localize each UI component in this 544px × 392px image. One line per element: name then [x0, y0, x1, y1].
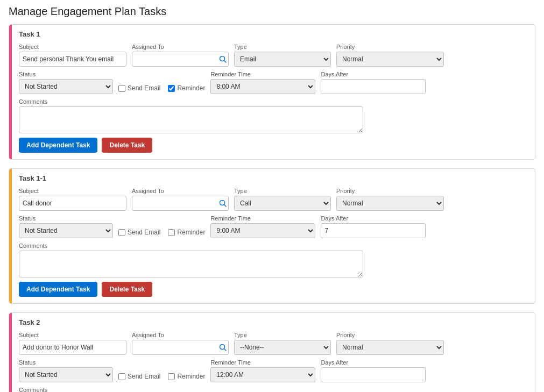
priority-label: Priority: [336, 44, 444, 50]
comments-group: Comments: [19, 98, 528, 133]
status-label: Status: [19, 215, 113, 222]
send-email-label[interactable]: Send Email: [118, 84, 160, 92]
checks-group: Send Email Reminder: [118, 229, 205, 238]
status-select[interactable]: Not StartedIn ProgressCompleted: [19, 223, 113, 238]
days-after-label: Days After: [321, 359, 426, 366]
assigned-group: Assigned To: [132, 44, 229, 67]
send-email-checkbox[interactable]: [118, 229, 125, 236]
reminder-time-label: Reminder Time: [210, 215, 315, 222]
reminder-time-select[interactable]: 9:00 AM8:00 AM12:00 AM5:00 PM: [210, 223, 315, 238]
assigned-group: Assigned To: [132, 188, 229, 211]
add-dependent-task-button[interactable]: Add Dependent Task: [19, 138, 97, 153]
days-after-group: Days After: [321, 359, 426, 382]
subject-label: Subject: [19, 44, 126, 50]
assigned-label: Assigned To: [132, 188, 229, 194]
send-email-checkbox[interactable]: [118, 85, 125, 92]
reminder-time-group: Reminder Time 12:00 AM8:00 AM9:00 AM5:00…: [210, 359, 315, 382]
comments-textarea[interactable]: [19, 251, 363, 277]
page-title: Manage Engagement Plan Tasks: [9, 5, 535, 18]
priority-label: Priority: [336, 332, 444, 338]
type-select[interactable]: --None--EmailCall: [234, 340, 331, 355]
comments-label: Comments: [19, 243, 528, 249]
assigned-input[interactable]: [132, 340, 229, 355]
send-email-checkbox[interactable]: [118, 373, 125, 380]
task-title-task1: Task 1: [19, 30, 528, 38]
subject-input[interactable]: [19, 340, 126, 355]
priority-group: Priority NormalHighLow: [336, 44, 444, 67]
priority-select[interactable]: NormalHighLow: [336, 52, 444, 67]
assigned-input[interactable]: [132, 52, 229, 67]
reminder-label[interactable]: Reminder: [168, 229, 205, 236]
subject-input[interactable]: [19, 196, 126, 211]
status-select[interactable]: Not StartedIn ProgressCompleted: [19, 367, 113, 382]
assigned-label: Assigned To: [132, 44, 229, 50]
subject-group: Subject: [19, 44, 126, 67]
assigned-search-icon[interactable]: [219, 55, 227, 63]
reminder-checkbox[interactable]: [168, 373, 175, 380]
days-after-input[interactable]: [321, 79, 426, 94]
days-after-input[interactable]: [321, 223, 426, 238]
checks-group: Send Email Reminder: [118, 84, 205, 94]
priority-label: Priority: [336, 188, 444, 194]
reminder-time-group: Reminder Time 8:00 AM9:00 AM12:00 AM5:00…: [210, 71, 315, 94]
send-email-label[interactable]: Send Email: [118, 373, 160, 380]
subject-input[interactable]: [19, 52, 126, 67]
status-label: Status: [19, 359, 113, 366]
comments-group: Comments: [19, 243, 528, 277]
subject-group: Subject: [19, 188, 126, 211]
comments-textarea[interactable]: [19, 106, 363, 133]
delete-task-button[interactable]: Delete Task: [102, 138, 152, 153]
task-title-task1-1: Task 1-1: [19, 174, 528, 182]
reminder-time-select[interactable]: 8:00 AM9:00 AM12:00 AM5:00 PM: [210, 79, 315, 94]
priority-select[interactable]: NormalHighLow: [336, 340, 444, 355]
type-select[interactable]: CallEmail--None--: [234, 196, 331, 211]
type-group: Type CallEmail--None--: [234, 188, 331, 211]
reminder-checkbox[interactable]: [168, 229, 175, 236]
days-after-label: Days After: [321, 71, 426, 77]
delete-task-button[interactable]: Delete Task: [102, 282, 152, 297]
priority-select[interactable]: NormalHighLow: [336, 196, 444, 211]
type-select[interactable]: EmailCall--None--: [234, 52, 331, 67]
subject-label: Subject: [19, 332, 126, 338]
task-title-task2: Task 2: [19, 318, 528, 326]
comments-label: Comments: [19, 387, 528, 392]
status-select[interactable]: Not StartedIn ProgressCompleted: [19, 79, 113, 94]
assigned-search-icon[interactable]: [219, 199, 227, 207]
svg-line-5: [224, 349, 227, 351]
type-group: Type EmailCall--None--: [234, 44, 331, 67]
type-label: Type: [234, 332, 331, 338]
reminder-time-group: Reminder Time 9:00 AM8:00 AM12:00 AM5:00…: [210, 215, 315, 238]
reminder-label[interactable]: Reminder: [168, 373, 205, 380]
reminder-time-select[interactable]: 12:00 AM8:00 AM9:00 AM5:00 PM: [210, 367, 315, 382]
svg-line-3: [224, 205, 227, 207]
svg-line-1: [224, 61, 227, 63]
reminder-time-label: Reminder Time: [210, 359, 315, 366]
assigned-label: Assigned To: [132, 332, 229, 338]
days-after-group: Days After: [321, 71, 426, 94]
priority-group: Priority NormalHighLow: [336, 188, 444, 211]
type-label: Type: [234, 44, 331, 50]
btn-row: Add Dependent Task Delete Task: [19, 282, 528, 297]
days-after-input[interactable]: [321, 367, 426, 382]
task-card-task1: Task 1 Subject Assigned To: [9, 24, 535, 160]
comments-label: Comments: [19, 98, 528, 105]
days-after-group: Days After: [321, 215, 426, 238]
btn-row: Add Dependent Task Delete Task: [19, 138, 528, 153]
type-label: Type: [234, 188, 331, 194]
send-email-label[interactable]: Send Email: [118, 229, 160, 236]
subject-label: Subject: [19, 188, 126, 194]
subject-group: Subject: [19, 332, 126, 355]
reminder-checkbox[interactable]: [168, 85, 175, 92]
status-group: Status Not StartedIn ProgressCompleted: [19, 71, 113, 94]
assigned-input[interactable]: [132, 196, 229, 211]
priority-group: Priority NormalHighLow: [336, 332, 444, 355]
status-label: Status: [19, 71, 113, 77]
task-card-task1-1: Task 1-1 Subject Assigned To: [9, 168, 535, 304]
task-card-task2: Task 2 Subject Assigned To: [9, 312, 535, 392]
reminder-label[interactable]: Reminder: [168, 84, 205, 92]
status-group: Status Not StartedIn ProgressCompleted: [19, 215, 113, 238]
checks-group: Send Email Reminder: [118, 373, 205, 382]
assigned-search-icon[interactable]: [219, 344, 227, 351]
assigned-group: Assigned To: [132, 332, 229, 355]
add-dependent-task-button[interactable]: Add Dependent Task: [19, 282, 97, 297]
